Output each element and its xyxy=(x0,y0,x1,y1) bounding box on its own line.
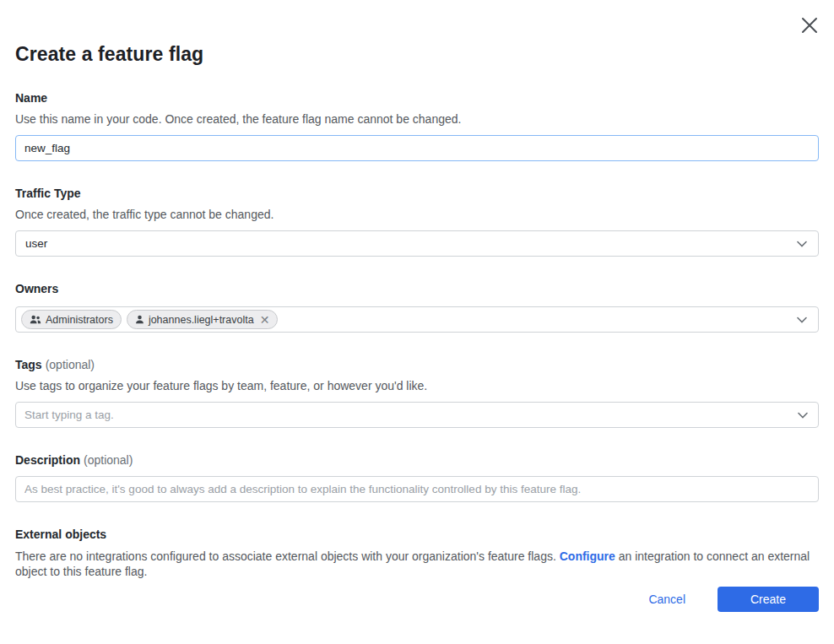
owners-multiselect[interactable]: Administrators johannes.liegl+travolta ✕ xyxy=(15,306,819,333)
traffic-type-field-group: Traffic Type Once created, the traffic t… xyxy=(15,186,819,257)
name-field-group: Name Use this name in your code. Once cr… xyxy=(15,90,819,161)
create-button[interactable]: Create xyxy=(718,587,819,612)
chevron-down-icon xyxy=(797,317,807,323)
configure-link[interactable]: Configure xyxy=(560,549,615,563)
traffic-type-label: Traffic Type xyxy=(15,187,81,200)
owner-chip-label: johannes.liegl+travolta xyxy=(149,314,254,326)
remove-owner-icon[interactable]: ✕ xyxy=(260,314,270,326)
owner-chip-administrators[interactable]: Administrators xyxy=(21,310,122,329)
external-objects-text-before: There are no integrations configured to … xyxy=(15,549,560,563)
description-input[interactable] xyxy=(15,476,819,502)
tags-help-text: Use tags to organize your feature flags … xyxy=(15,379,819,393)
traffic-type-help-text: Once created, the traffic type cannot be… xyxy=(15,208,819,222)
person-icon xyxy=(135,315,144,324)
external-objects-label: External objects xyxy=(15,528,106,541)
tags-label-row: Tags(optional) xyxy=(15,357,819,372)
tags-input[interactable] xyxy=(15,402,819,428)
create-feature-flag-modal: Create a feature flag Name Use this name… xyxy=(0,0,834,644)
close-button[interactable] xyxy=(796,12,823,39)
modal-title: Create a feature flag xyxy=(15,42,819,66)
cancel-button[interactable]: Cancel xyxy=(640,587,694,611)
traffic-type-selected-value: user xyxy=(25,237,47,250)
name-help-text: Use this name in your code. Once created… xyxy=(15,112,819,127)
tags-field-group: Tags(optional) Use tags to organize your… xyxy=(15,357,819,428)
owners-field-group: Owners Administrators xyxy=(15,281,819,333)
external-objects-text: There are no integrations configured to … xyxy=(15,549,819,579)
chevron-down-icon xyxy=(797,241,807,247)
close-icon xyxy=(800,16,819,35)
traffic-type-select[interactable]: user xyxy=(15,230,819,257)
owner-chip-label: Administrators xyxy=(46,314,113,326)
description-label: Description xyxy=(15,453,80,467)
description-optional-label: (optional) xyxy=(84,453,133,467)
modal-footer: Cancel Create xyxy=(640,587,819,612)
tags-optional-label: (optional) xyxy=(46,358,95,371)
owner-chip-user[interactable]: johannes.liegl+travolta ✕ xyxy=(127,310,278,329)
description-label-row: Description(optional) xyxy=(15,452,819,468)
name-input[interactable] xyxy=(15,135,819,161)
owners-label: Owners xyxy=(15,282,58,295)
name-label: Name xyxy=(15,91,47,105)
tags-label: Tags xyxy=(15,358,42,371)
tags-combobox xyxy=(15,402,819,428)
external-objects-group: External objects There are no integratio… xyxy=(15,527,819,579)
modal-content: Create a feature flag Name Use this name… xyxy=(0,42,834,579)
description-field-group: Description(optional) xyxy=(15,452,819,502)
group-icon xyxy=(30,315,41,324)
